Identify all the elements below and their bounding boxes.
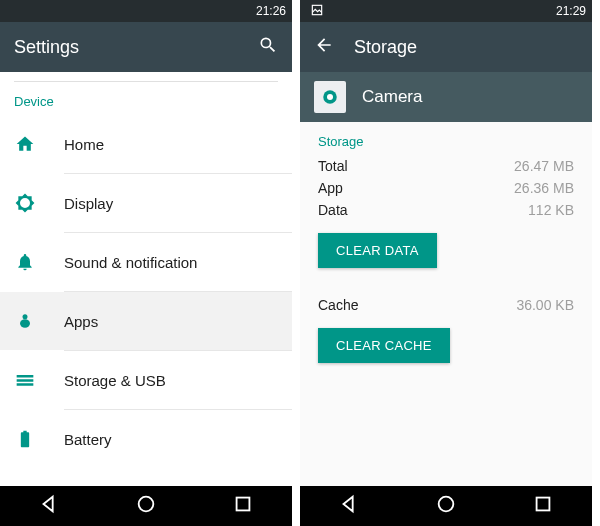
settings-screen: 21:26 Settings Device Home Display Sound… [0,0,292,526]
app-name: Camera [362,87,422,107]
clear-cache-button[interactable]: CLEAR CACHE [318,328,450,363]
list-item-label: Display [64,195,113,212]
list-item-sound[interactable]: Sound & notification [0,233,292,291]
back-icon[interactable] [314,35,334,59]
svg-point-9 [439,497,454,512]
cache-value: 36.00 KB [516,297,574,313]
app-header: Camera [300,72,592,122]
home-nav-icon[interactable] [135,493,157,519]
recents-nav-icon[interactable] [232,493,254,519]
storage-screen: 21:29 Storage Camera Storage Total 26.47… [300,0,592,526]
svg-point-3 [20,319,30,327]
list-item-home[interactable]: Home [0,115,292,173]
app-bar: Settings [0,22,292,72]
total-value: 26.47 MB [514,158,574,174]
list-item-battery[interactable]: Battery [0,410,292,468]
back-nav-icon[interactable] [38,493,60,519]
svg-rect-5 [237,498,250,511]
storage-icon [14,370,36,390]
page-title: Settings [14,37,238,58]
total-label: Total [318,158,348,174]
row-total: Total 26.47 MB [318,155,574,177]
list-item-label: Apps [64,313,98,330]
bell-icon [14,252,36,272]
section-device: Device [0,82,292,115]
app-bar: Storage [300,22,592,72]
data-label: Data [318,202,348,218]
svg-rect-10 [537,498,550,511]
apps-icon [14,311,36,331]
list-item-display[interactable]: Display [0,174,292,232]
svg-rect-6 [312,5,321,14]
row-app: App 26.36 MB [318,177,574,199]
battery-icon [14,429,36,449]
home-nav-icon[interactable] [435,493,457,519]
row-cache: Cache 36.00 KB [318,294,574,316]
list-item-label: Storage & USB [64,372,166,389]
page-title: Storage [354,37,578,58]
list-item-label: Home [64,136,104,153]
list-item-storage[interactable]: Storage & USB [0,351,292,409]
status-bar: 21:29 [300,0,592,22]
nav-bar [0,486,292,526]
row-data: Data 112 KB [318,199,574,221]
clock: 21:26 [256,4,286,18]
cache-label: Cache [318,297,358,313]
camera-icon [314,81,346,113]
svg-point-2 [23,314,28,319]
brightness-icon [14,193,36,213]
clear-data-button[interactable]: CLEAR DATA [318,233,437,268]
storage-content: Storage Total 26.47 MB App 26.36 MB Data… [300,122,592,486]
status-bar: 21:26 [0,0,292,22]
data-value: 112 KB [528,202,574,218]
clock: 21:29 [556,4,586,18]
section-storage: Storage [318,122,574,155]
svg-point-4 [139,497,154,512]
app-label: App [318,180,343,196]
home-icon [14,134,36,154]
list-item-label: Sound & notification [64,254,197,271]
list-item-apps[interactable]: Apps [0,292,292,350]
recents-nav-icon[interactable] [532,493,554,519]
nav-bar [300,486,592,526]
back-nav-icon[interactable] [338,493,360,519]
settings-content: Device Home Display Sound & notification… [0,72,292,486]
list-item-label: Battery [64,431,112,448]
app-value: 26.36 MB [514,180,574,196]
screenshot-icon [310,3,324,20]
search-icon[interactable] [258,35,278,59]
svg-point-8 [327,94,333,100]
